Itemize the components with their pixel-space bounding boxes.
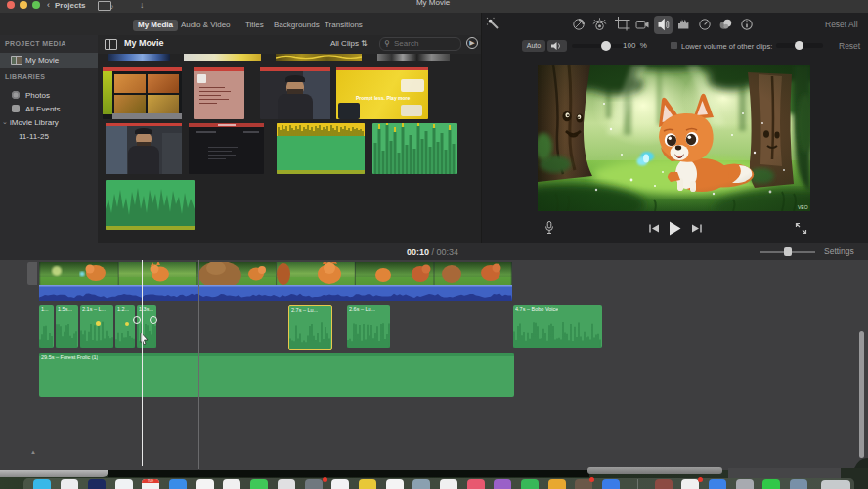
svg-text:VEO: VEO [798, 204, 808, 210]
